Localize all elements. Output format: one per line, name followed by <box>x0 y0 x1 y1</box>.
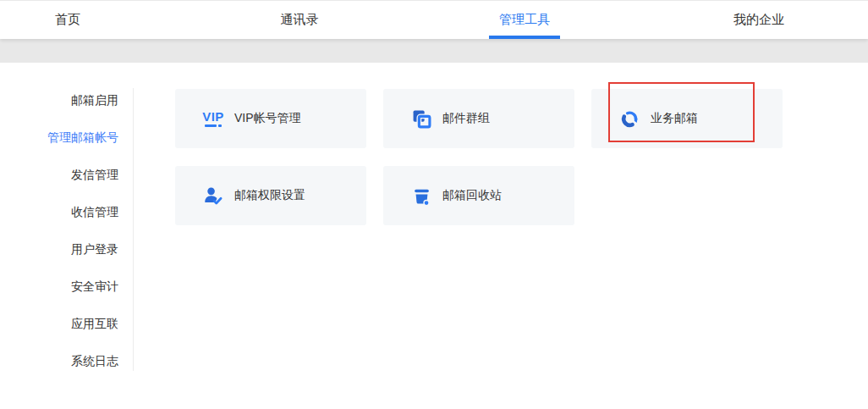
card-label: 邮箱回收站 <box>442 188 502 203</box>
tab-admin-tools[interactable]: 管理工具 <box>499 1 550 40</box>
active-tab-underline <box>489 36 560 39</box>
business-mailbox-sync-icon <box>615 109 644 129</box>
card-label: 业务邮箱 <box>651 111 698 126</box>
vip-icon: VIP <box>199 110 228 127</box>
tab-my-company[interactable]: 我的企业 <box>733 1 784 40</box>
card-label: 邮箱权限设置 <box>234 188 305 203</box>
card-business-mailbox[interactable]: 业务邮箱 <box>591 89 783 148</box>
card-label: 邮件群组 <box>442 111 490 126</box>
card-mailbox-permissions[interactable]: 邮箱权限设置 <box>175 166 366 225</box>
sidebar-item-incoming-mail[interactable]: 收信管理 <box>0 193 118 230</box>
page-background-band <box>0 39 868 63</box>
top-nav: 首页 通讯录 管理工具 我的企业 <box>0 0 868 39</box>
card-mailbox-recycle-bin[interactable]: 邮箱回收站 <box>383 166 574 225</box>
user-check-icon <box>199 186 228 206</box>
sidebar-item-manage-accounts[interactable]: 管理邮箱帐号 <box>0 119 118 156</box>
card-mail-group[interactable]: 邮件群组 <box>383 89 574 148</box>
sidebar-item-system-log[interactable]: 系统日志 <box>0 342 118 379</box>
admin-console-page: 首页 通讯录 管理工具 我的企业 邮箱启用 管理邮箱帐号 发信管理 收信管理 用… <box>0 0 868 409</box>
content-area: 邮箱启用 管理邮箱帐号 发信管理 收信管理 用户登录 安全审计 应用互联 系统日… <box>0 63 868 409</box>
tool-card-grid: VIP VIP帐号管理 邮件群组 <box>175 89 784 225</box>
sidebar-item-mailbox-enable[interactable]: 邮箱启用 <box>0 81 118 119</box>
tab-contacts[interactable]: 通讯录 <box>281 1 319 40</box>
sidebar-item-user-login[interactable]: 用户登录 <box>0 230 118 268</box>
card-label: VIP帐号管理 <box>234 111 301 126</box>
mail-group-icon <box>407 109 436 129</box>
sidebar: 邮箱启用 管理邮箱帐号 发信管理 收信管理 用户登录 安全审计 应用互联 系统日… <box>0 81 118 379</box>
sidebar-item-security-audit[interactable]: 安全审计 <box>0 268 118 305</box>
sidebar-divider <box>133 88 134 371</box>
trash-bin-icon <box>407 186 436 206</box>
card-vip-account-management[interactable]: VIP VIP帐号管理 <box>175 89 366 148</box>
sidebar-item-outgoing-mail[interactable]: 发信管理 <box>0 156 118 193</box>
sidebar-item-app-interconnect[interactable]: 应用互联 <box>0 305 118 342</box>
tab-home[interactable]: 首页 <box>55 1 80 40</box>
